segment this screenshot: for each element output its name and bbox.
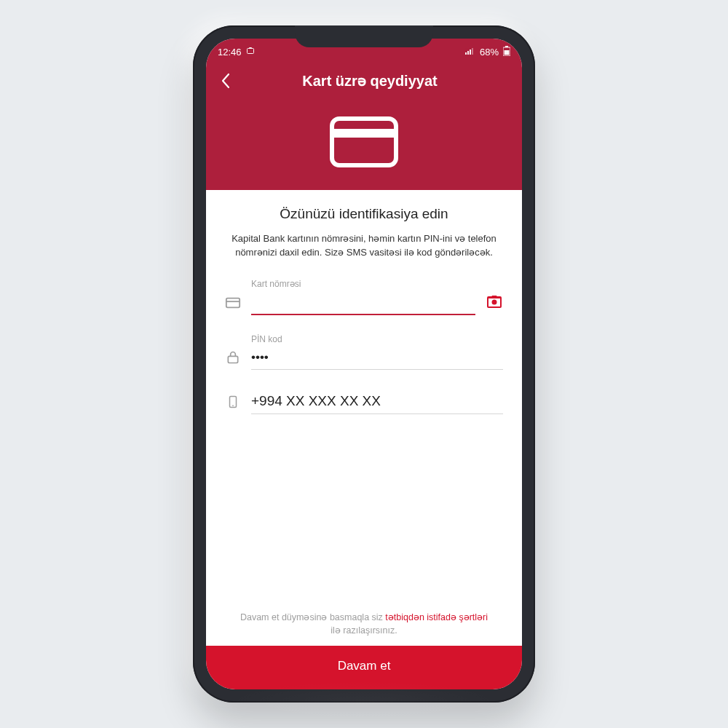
svg-rect-1 xyxy=(465,52,467,55)
svg-rect-4 xyxy=(472,48,473,55)
screenshot-icon xyxy=(246,47,255,57)
terms-prefix: Davam et düyməsinə basmaqla siz xyxy=(240,612,385,622)
card-hero-icon xyxy=(206,97,522,190)
terms-link[interactable]: tətbiqdən istifadə şərtləri xyxy=(385,612,488,622)
terms-suffix: ilə razılaşırsınız. xyxy=(331,625,397,636)
content-heading: Özünüzü identifikasiya edin xyxy=(225,206,503,222)
page-title: Kart üzrə qeydiyyat xyxy=(229,72,510,90)
phone-frame: 12:46 68% xyxy=(193,25,535,703)
device-notch xyxy=(295,25,433,47)
status-battery-text: 68% xyxy=(480,47,499,58)
screen: 12:46 68% xyxy=(206,39,522,689)
pin-label: PİN kod xyxy=(251,334,503,344)
svg-rect-8 xyxy=(332,119,396,165)
header-area: 12:46 68% xyxy=(206,39,522,190)
card-icon xyxy=(225,295,241,311)
phone-field xyxy=(225,389,503,414)
svg-rect-2 xyxy=(467,51,469,55)
svg-rect-3 xyxy=(470,50,471,55)
card-number-input[interactable] xyxy=(251,290,475,315)
scan-card-button[interactable] xyxy=(486,293,503,311)
battery-icon xyxy=(503,46,510,58)
spacer xyxy=(225,433,503,612)
svg-rect-10 xyxy=(226,298,240,307)
card-number-label: Kart nömrəsi xyxy=(251,279,475,289)
phone-input[interactable] xyxy=(251,389,503,414)
lock-icon xyxy=(225,349,241,365)
card-number-field: Kart nömrəsi xyxy=(225,279,503,315)
terms-text: Davam et düyməsinə basmaqla siz tətbiqdə… xyxy=(225,612,503,646)
svg-rect-7 xyxy=(505,50,510,55)
content-body: Özünüzü identifikasiya edin Kapital Bank… xyxy=(206,190,522,646)
title-bar: Kart üzrə qeydiyyat xyxy=(206,62,522,97)
status-time: 12:46 xyxy=(218,47,242,58)
svg-rect-9 xyxy=(332,129,396,138)
svg-rect-0 xyxy=(247,49,253,54)
pin-field: PİN kod xyxy=(225,334,503,370)
pin-input[interactable] xyxy=(251,346,503,370)
phone-icon xyxy=(225,394,241,410)
signal-icon xyxy=(465,47,475,56)
continue-button[interactable]: Davam et xyxy=(206,646,522,689)
content-description: Kapital Bank kartının nömrəsini, həmin k… xyxy=(225,232,503,260)
svg-rect-12 xyxy=(228,356,237,363)
